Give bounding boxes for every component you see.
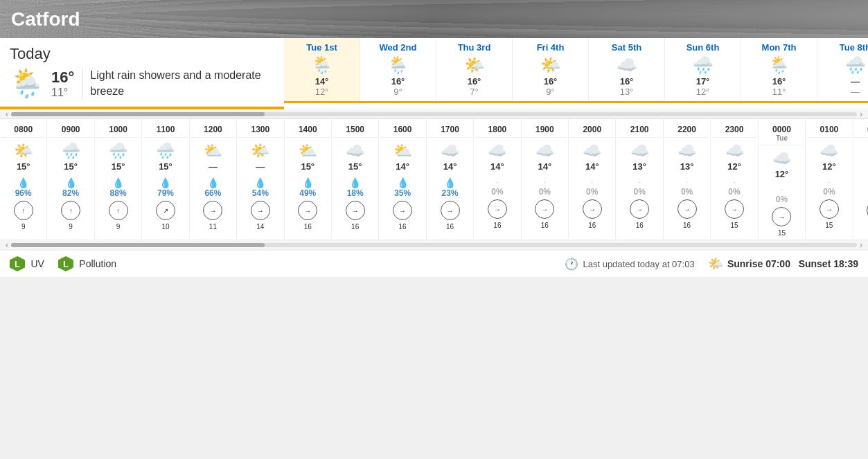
wind-speed: 16: [428, 223, 472, 231]
hour-temp: 15°: [96, 161, 140, 172]
rain-percent: 66%: [191, 188, 235, 198]
wind-arrow: →: [541, 206, 548, 213]
rain-icon: ·: [760, 185, 804, 195]
wind-speed: 16: [665, 222, 709, 229]
last-updated-text: Last updated today at 07:03: [583, 259, 694, 269]
wind-speed: 16: [475, 222, 519, 229]
hourly-col: 2200 ☁️ 13° · 0% → 16: [664, 119, 711, 240]
hourly-col: 1700 ☁️ 14° 💧 23% → 16: [427, 119, 474, 240]
hourly-col: 1100 🌧️ 15° 💧 79% ↗ 10: [142, 119, 189, 240]
weekly-date: Fri 4th: [518, 42, 583, 53]
scroll-bar-top[interactable]: ‹ ›: [0, 109, 868, 119]
wind-circle: →: [725, 199, 744, 219]
scroll-left-arrow-bottom[interactable]: ‹: [3, 240, 11, 250]
weekly-cell[interactable]: Tue 8th 🌧️ — —: [817, 38, 868, 101]
hourly-col: 1900 ☁️ 14° · 0% → 16: [522, 119, 569, 240]
rain-icon: 💧: [333, 177, 377, 188]
weekly-icon: 🌧️: [823, 55, 868, 75]
weekly-low: —: [851, 87, 860, 97]
hourly-col: 1600 ⛅ 14° 💧 35% → 16: [379, 119, 426, 240]
hour-label: 1700: [428, 122, 472, 138]
hourly-container: 0800 🌤️ 15° 💧 96% ↑ 9 0900 🌧️ 15° 💧 82% …: [0, 119, 868, 240]
hour-temp: 13°: [665, 161, 709, 172]
wind-arrow: →: [778, 213, 785, 221]
weekly-high: 14°: [315, 76, 329, 87]
hour-weather-icon: ☁️: [665, 142, 709, 160]
hour-label: 1900: [523, 122, 567, 138]
hour-temp: 15°: [286, 161, 330, 172]
wind-circle: →: [393, 201, 412, 220]
wind-arrow: →: [257, 207, 264, 215]
rain-icon: 💧: [1, 177, 45, 188]
hour-temp: 15°: [48, 161, 92, 172]
hour-temp: 15°: [143, 161, 187, 172]
wind-arrow: →: [826, 206, 833, 213]
sunrise-text: Sunrise 07:00 Sunset 18:39: [727, 258, 858, 269]
scroll-thumb-bottom[interactable]: [11, 243, 265, 247]
hour-label: 1300: [238, 122, 282, 138]
rain-icon: 💧: [855, 177, 868, 188]
weekly-cell[interactable]: Wed 2nd 🌦️ 16° 9°: [360, 38, 436, 101]
hour-temp: 12°: [855, 161, 868, 172]
rain-percent: 0%: [523, 187, 567, 197]
today-low-temp: 11°: [51, 87, 74, 99]
scroll-thumb-top[interactable]: [11, 112, 265, 116]
rain-percent: 0%: [665, 187, 709, 197]
wind-circle: →: [251, 201, 270, 220]
wind-circle: →: [772, 207, 791, 226]
hour-label: 1600: [380, 122, 424, 138]
wind-arrow: ↑: [69, 207, 73, 215]
rain-icon: ·: [665, 177, 709, 187]
hour-label: 1800: [475, 122, 519, 138]
rain-icon: ·: [475, 177, 519, 187]
rain-percent: 35%: [380, 188, 424, 198]
weekly-cell[interactable]: Sat 5th ☁️ 16° 13°: [589, 38, 665, 101]
wind-speed: 10: [143, 223, 187, 231]
hour-label: 0200: [855, 122, 868, 138]
weekly-icon: 🌦️: [366, 55, 430, 75]
rain-percent: 16%: [855, 188, 868, 198]
weekly-high: 16°: [620, 76, 634, 87]
weekly-date: Tue 8th: [823, 42, 868, 53]
wind-circle: ↑: [14, 201, 33, 220]
scroll-right-arrow[interactable]: ›: [857, 109, 865, 119]
rain-icon: ·: [617, 177, 661, 187]
wind-arrow: →: [731, 206, 738, 213]
rain-icon: 💧: [238, 177, 282, 188]
hourly-col: 1800 ☁️ 14° · 0% → 16: [474, 119, 521, 240]
weekly-date: Mon 7th: [747, 42, 811, 53]
hour-temp: 12°: [807, 161, 851, 172]
wind-circle: →: [535, 199, 554, 219]
weekly-temps: 16° 7°: [442, 76, 506, 97]
wind-circle: →: [346, 201, 365, 220]
scroll-left-arrow[interactable]: ‹: [3, 109, 11, 119]
hour-weather-icon: 🌤️: [238, 142, 282, 160]
hour-weather-icon: 🌤️: [1, 142, 45, 160]
weekly-date: Thu 3rd: [442, 42, 506, 53]
weekly-low: 11°: [772, 87, 786, 97]
weekly-cell[interactable]: Mon 7th 🌦️ 16° 11°: [741, 38, 817, 101]
weekly-low: 12°: [315, 87, 329, 97]
uv-badge: L: [10, 256, 25, 271]
scroll-bar-bottom[interactable]: ‹ ›: [0, 240, 868, 250]
weekly-cell[interactable]: Fri 4th 🌤️ 16° 9°: [513, 38, 589, 101]
weekly-cell[interactable]: Sun 6th 🌧️ 17° 12°: [665, 38, 741, 101]
rain-percent: 0%: [760, 195, 804, 204]
hour-weather-icon: 🌧️: [96, 142, 140, 160]
hour-label: 1500: [333, 122, 377, 138]
wind-circle: →: [630, 199, 649, 219]
wind-speed: 16: [286, 223, 330, 231]
scroll-track-top[interactable]: [11, 112, 857, 116]
rain-icon: 💧: [380, 177, 424, 188]
hourly-col: 0100 ☁️ 12° · 0% → 15: [806, 119, 853, 240]
scroll-right-arrow-bottom[interactable]: ›: [857, 240, 865, 250]
weekly-temps: 17° 12°: [671, 76, 735, 97]
weekly-cell[interactable]: Tue 1st 🌦️ 14° 12°: [284, 38, 360, 101]
wind-circle: →: [298, 201, 317, 220]
bottom-left: L UV L Pollution: [10, 256, 116, 271]
weekly-high: —: [851, 76, 860, 87]
scroll-track-bottom[interactable]: [11, 243, 857, 247]
weekly-cell[interactable]: Thu 3rd 🌤️ 16° 7°: [436, 38, 513, 101]
wind-speed: 9: [48, 223, 92, 231]
hour-weather-icon: ☁️: [333, 142, 377, 160]
